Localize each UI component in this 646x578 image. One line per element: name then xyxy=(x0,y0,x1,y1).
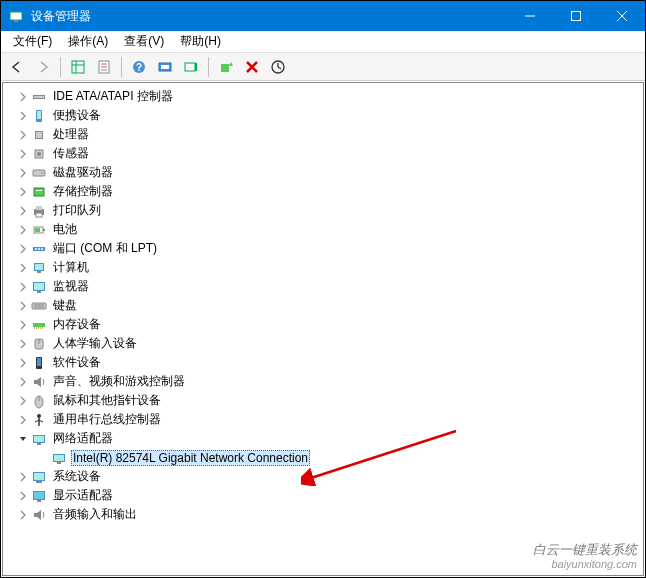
chevron-right-icon[interactable] xyxy=(15,184,31,200)
chevron-right-icon[interactable] xyxy=(15,393,31,409)
tree-item[interactable]: 内存设备 xyxy=(5,315,641,334)
svg-rect-56 xyxy=(36,327,37,329)
show-console-tree-button[interactable] xyxy=(66,55,90,79)
chevron-right-icon[interactable] xyxy=(15,298,31,314)
scan-hardware-button[interactable] xyxy=(153,55,177,79)
chevron-right-icon[interactable] xyxy=(15,260,31,276)
tree-item[interactable]: 存储控制器 xyxy=(5,182,641,201)
tree-item-label: 存储控制器 xyxy=(51,183,115,200)
storage-icon xyxy=(31,184,47,200)
enable-device-button[interactable] xyxy=(214,55,238,79)
tree-item[interactable]: IDE ATA/ATAPI 控制器 xyxy=(5,87,641,106)
svg-rect-18 xyxy=(195,63,197,71)
network-icon xyxy=(51,450,67,466)
uninstall-device-button[interactable] xyxy=(240,55,264,79)
tree-item[interactable]: 端口 (COM 和 LPT) xyxy=(5,239,641,258)
svg-rect-59 xyxy=(42,327,43,329)
maximize-button[interactable] xyxy=(553,1,599,31)
tree-item[interactable]: 磁盘驱动器 xyxy=(5,163,641,182)
svg-rect-75 xyxy=(57,462,61,464)
tree-item-label: 端口 (COM 和 LPT) xyxy=(51,240,159,257)
tree-item[interactable]: 音频输入和输出 xyxy=(5,505,641,524)
svg-rect-72 xyxy=(37,443,41,445)
keyboard-icon xyxy=(31,298,47,314)
tree-item[interactable]: 系统设备 xyxy=(5,467,641,486)
tree-item-label: 鼠标和其他指针设备 xyxy=(51,392,163,409)
chevron-right-icon[interactable] xyxy=(15,412,31,428)
svg-rect-28 xyxy=(36,132,42,138)
tree-item[interactable]: 监视器 xyxy=(5,277,641,296)
tree-item[interactable]: 网络适配器 xyxy=(5,429,641,448)
hid-icon xyxy=(31,336,47,352)
tree-item[interactable]: 便携设备 xyxy=(5,106,641,125)
tree-item-label: 便携设备 xyxy=(51,107,103,124)
tree-item-label: 软件设备 xyxy=(51,354,103,371)
minimize-button[interactable] xyxy=(507,1,553,31)
svg-rect-71 xyxy=(34,436,44,442)
tree-item-label: Intel(R) 82574L Gigabit Network Connecti… xyxy=(71,450,310,466)
tree-item-label: 传感器 xyxy=(51,145,91,162)
chevron-right-icon[interactable] xyxy=(15,336,31,352)
computer-icon xyxy=(31,260,47,276)
chevron-right-icon[interactable] xyxy=(15,279,31,295)
back-button[interactable] xyxy=(5,55,29,79)
chevron-right-icon[interactable] xyxy=(15,241,31,257)
tree-item-label: 电池 xyxy=(51,221,79,238)
chevron-right-icon[interactable] xyxy=(15,146,31,162)
svg-point-44 xyxy=(41,248,43,250)
svg-rect-33 xyxy=(34,188,44,196)
svg-point-43 xyxy=(38,248,40,250)
window-title: 设备管理器 xyxy=(31,8,507,25)
tree-item[interactable]: 人体学输入设备 xyxy=(5,334,641,353)
tree-item[interactable]: 显示适配器 xyxy=(5,486,641,505)
tree-item[interactable]: 电池 xyxy=(5,220,641,239)
chevron-right-icon[interactable] xyxy=(15,165,31,181)
tree-item-label: 打印队列 xyxy=(51,202,103,219)
svg-rect-37 xyxy=(36,213,42,217)
chevron-right-icon[interactable] xyxy=(15,507,31,523)
update-driver-button[interactable] xyxy=(179,55,203,79)
device-tree[interactable]: IDE ATA/ATAPI 控制器便携设备处理器传感器磁盘驱动器存储控制器打印队… xyxy=(3,83,643,528)
chevron-right-icon[interactable] xyxy=(15,355,31,371)
battery-icon xyxy=(31,222,47,238)
svg-rect-47 xyxy=(37,271,41,273)
svg-rect-78 xyxy=(36,481,42,483)
chevron-right-icon[interactable] xyxy=(15,469,31,485)
menu-help[interactable]: 帮助(H) xyxy=(172,33,229,50)
menu-action[interactable]: 操作(A) xyxy=(60,33,116,50)
svg-point-30 xyxy=(37,152,41,156)
svg-text:?: ? xyxy=(136,62,142,73)
disk-icon xyxy=(31,165,47,181)
tree-item[interactable]: 处理器 xyxy=(5,125,641,144)
tree-item[interactable]: 软件设备 xyxy=(5,353,641,372)
tree-item-label: 处理器 xyxy=(51,126,91,143)
menubar: 文件(F) 操作(A) 查看(V) 帮助(H) xyxy=(1,31,645,53)
chevron-right-icon[interactable] xyxy=(15,222,31,238)
chevron-right-icon[interactable] xyxy=(15,488,31,504)
menu-file[interactable]: 文件(F) xyxy=(5,33,60,50)
close-button[interactable] xyxy=(599,1,645,31)
properties-button[interactable] xyxy=(92,55,116,79)
tree-item-label: 监视器 xyxy=(51,278,91,295)
chevron-right-icon[interactable] xyxy=(15,374,31,390)
chevron-right-icon[interactable] xyxy=(15,89,31,105)
tree-item[interactable]: Intel(R) 82574L Gigabit Network Connecti… xyxy=(5,448,641,467)
chevron-right-icon[interactable] xyxy=(15,317,31,333)
help-button[interactable]: ? xyxy=(127,55,151,79)
chevron-right-icon[interactable] xyxy=(15,203,31,219)
tree-item[interactable]: 计算机 xyxy=(5,258,641,277)
tree-arrow-none xyxy=(35,450,51,466)
scan-changes-button[interactable] xyxy=(266,55,290,79)
menu-view[interactable]: 查看(V) xyxy=(116,33,172,50)
tree-item[interactable]: 打印队列 xyxy=(5,201,641,220)
chevron-right-icon[interactable] xyxy=(15,127,31,143)
forward-button[interactable] xyxy=(31,55,55,79)
tree-item[interactable]: 传感器 xyxy=(5,144,641,163)
tree-item[interactable]: 鼠标和其他指针设备 xyxy=(5,391,641,410)
chevron-right-icon[interactable] xyxy=(15,108,31,124)
svg-rect-3 xyxy=(572,12,581,21)
chevron-down-icon[interactable] xyxy=(15,431,31,447)
tree-item[interactable]: 键盘 xyxy=(5,296,641,315)
tree-item[interactable]: 声音、视频和游戏控制器 xyxy=(5,372,641,391)
tree-item[interactable]: 通用串行总线控制器 xyxy=(5,410,641,429)
